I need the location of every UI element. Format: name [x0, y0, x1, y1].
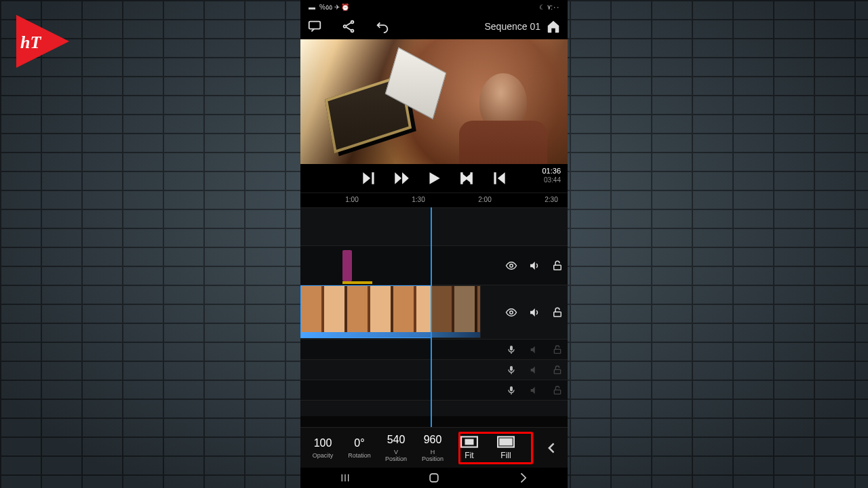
timeline-ruler[interactable]: 1:00 1:30 2:00 2:30	[300, 192, 568, 207]
fit-button[interactable]: Fit	[451, 436, 488, 460]
rotation-control[interactable]: 0° Rotation	[341, 437, 378, 459]
svg-point-3	[351, 30, 354, 33]
audio-track-1[interactable]	[300, 339, 568, 359]
track-controls	[505, 364, 564, 376]
track-controls	[505, 306, 564, 319]
vposition-label: V Position	[385, 449, 407, 462]
volume-icon[interactable]	[528, 306, 540, 319]
timecode-display: 01:36 03:44	[542, 167, 561, 184]
ruler-tick: 1:00	[345, 196, 358, 203]
lock-icon[interactable]	[551, 384, 564, 396]
microphone-icon[interactable]	[505, 384, 517, 396]
svg-rect-10	[510, 366, 513, 371]
rotation-value: 0°	[354, 437, 364, 449]
svg-rect-11	[554, 369, 560, 373]
battery-icon: ▬	[309, 3, 315, 11]
volume-icon[interactable]	[528, 364, 540, 376]
microphone-icon[interactable]	[505, 364, 517, 376]
preview-monitor[interactable]	[300, 39, 568, 164]
step-back-button[interactable]	[458, 169, 475, 187]
svg-rect-0	[309, 22, 321, 29]
opacity-label: Opacity	[313, 452, 334, 459]
vposition-value: 540	[387, 434, 406, 446]
play-fast-button[interactable]	[393, 169, 410, 187]
svg-rect-21	[430, 474, 438, 482]
current-time: 01:36	[542, 167, 561, 176]
clip-marker[interactable]	[342, 250, 352, 281]
lock-icon[interactable]	[551, 306, 564, 319]
hposition-control[interactable]: 960 H Position	[414, 434, 451, 462]
video-track-2[interactable]	[300, 207, 568, 245]
lock-icon[interactable]	[551, 260, 564, 272]
app-header: Sequence 01	[300, 14, 568, 39]
total-duration: 03:44	[542, 176, 561, 184]
audio-track-2[interactable]	[300, 359, 568, 380]
visibility-icon[interactable]	[505, 260, 517, 272]
track-controls	[505, 344, 564, 356]
skip-start-button[interactable]	[490, 169, 508, 187]
recent-apps-button[interactable]	[325, 472, 366, 483]
fill-label: Fill	[500, 451, 511, 460]
skip-end-button[interactable]	[360, 169, 378, 187]
hposition-value: 960	[424, 434, 442, 446]
ruler-tick: 1:30	[412, 196, 425, 203]
nav-home-button[interactable]	[414, 471, 454, 485]
vposition-control[interactable]: 540 V Position	[378, 434, 414, 462]
rotation-label: Rotation	[348, 452, 371, 459]
android-status-bar: ▬ %٥٥ ✈ ⏰ ☾ ٧:٠٠	[300, 0, 568, 14]
preview-art-book	[325, 75, 412, 154]
track-controls	[505, 384, 564, 396]
comment-icon[interactable]	[307, 19, 322, 34]
ruler-tick: 2:30	[545, 196, 557, 203]
play-button[interactable]	[425, 169, 443, 187]
svg-rect-15	[465, 439, 474, 445]
video-track-1[interactable]	[300, 245, 568, 285]
status-left-text: %٥٥ ✈ ⏰	[319, 3, 349, 11]
preview-art-page	[385, 47, 446, 119]
volume-icon[interactable]	[528, 260, 540, 272]
share-icon[interactable]	[341, 19, 356, 34]
playhead[interactable]	[431, 207, 432, 427]
svg-rect-9	[554, 349, 560, 353]
preview-art-face	[479, 73, 527, 131]
track-controls	[505, 260, 564, 272]
spacer-track	[300, 400, 568, 416]
volume-icon[interactable]	[528, 384, 540, 396]
sequence-title[interactable]: Sequence 01	[484, 21, 540, 32]
android-nav-bar	[300, 468, 568, 488]
svg-point-2	[351, 21, 354, 24]
svg-point-6	[510, 310, 513, 314]
svg-rect-13	[554, 390, 560, 394]
undo-icon[interactable]	[375, 19, 390, 34]
svg-point-1	[344, 25, 347, 28]
timeline-tracks[interactable]	[300, 207, 568, 427]
hposition-label: H Position	[422, 449, 443, 462]
svg-rect-12	[510, 386, 513, 391]
lock-icon[interactable]	[551, 344, 564, 356]
microphone-icon[interactable]	[505, 344, 517, 356]
channel-logo: hT	[16, 15, 69, 68]
fit-label: Fit	[465, 451, 473, 460]
volume-icon[interactable]	[528, 344, 540, 356]
properties-bar: 100 Opacity 0° Rotation 540 V Position 9…	[300, 427, 568, 468]
audio-track-3[interactable]	[300, 380, 568, 400]
svg-rect-8	[510, 346, 513, 350]
video-clip-secondary[interactable]	[431, 285, 481, 338]
preview-art-torso	[459, 121, 547, 164]
svg-point-4	[510, 264, 513, 267]
clip-tail	[342, 281, 372, 284]
opacity-control[interactable]: 100 Opacity	[304, 437, 341, 459]
fill-button[interactable]: Fill	[488, 436, 524, 460]
transport-bar: 01:36 03:44	[300, 164, 568, 192]
lock-icon[interactable]	[551, 364, 564, 376]
svg-rect-17	[499, 438, 513, 445]
visibility-icon[interactable]	[505, 306, 517, 319]
logo-text: hT	[20, 34, 41, 52]
nav-back-button[interactable]	[502, 471, 543, 485]
status-right-text: ☾ ٧:٠٠	[539, 3, 559, 11]
main-video-track[interactable]	[300, 285, 568, 339]
properties-back-button[interactable]	[540, 441, 564, 455]
home-icon[interactable]	[546, 19, 561, 34]
svg-rect-7	[554, 312, 561, 317]
svg-rect-5	[554, 265, 561, 270]
